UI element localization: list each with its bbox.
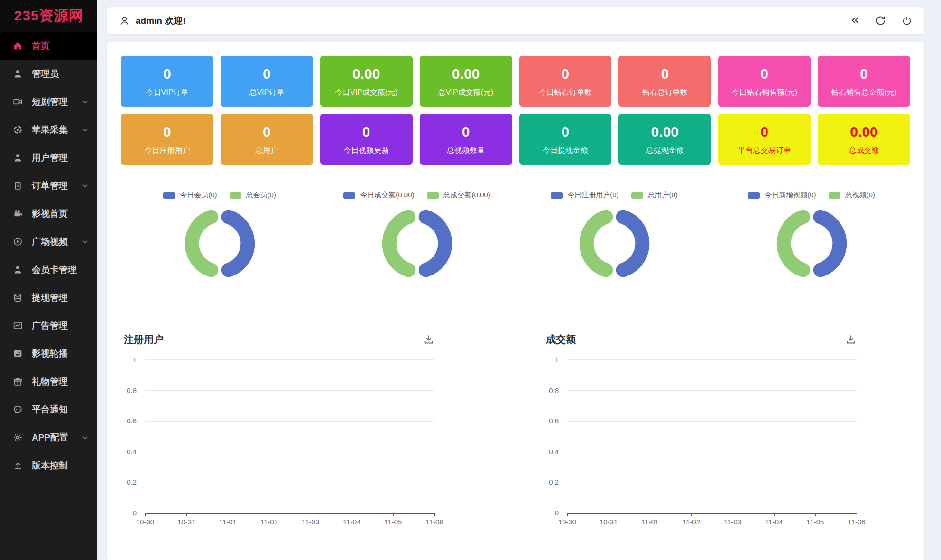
y-axis-tick-label: 0.8 (549, 386, 559, 394)
sidebar-item-gift-management[interactable]: 礼物管理 (0, 367, 97, 395)
sidebar-item-app-config[interactable]: APP配置 (0, 423, 97, 451)
y-axis-tick-label: 0.2 (127, 478, 137, 486)
stat-label: 总VIP订单 (249, 89, 284, 96)
sidebar-item-label: 用户管理 (32, 152, 68, 164)
x-axis-tick-label: 11-03 (302, 518, 319, 526)
legend-item[interactable]: 今日新增视频(0) (748, 191, 816, 200)
sidebar-item-square-video[interactable]: 广场视频 (0, 228, 97, 256)
stat-value: 0.00 (651, 125, 679, 139)
user-icon (119, 15, 130, 26)
donut-ring (181, 204, 259, 283)
top-bar-actions: « (851, 15, 912, 27)
sidebar-item-label: 礼物管理 (32, 376, 68, 388)
gear-icon (12, 432, 23, 443)
main-area: admin 欢迎! « 0今日VIP订单0总VIP订单0.00今日VIP成交额(… (97, 0, 941, 560)
stat-value: 0.00 (352, 67, 380, 81)
axis-tick (733, 513, 733, 516)
sidebar-item-label: 影视首页 (32, 208, 68, 220)
stat-label: 钻石总订单数 (642, 89, 688, 96)
gridline (145, 390, 434, 391)
stat-card: 0.00总VIP成交额(元) (420, 56, 512, 107)
x-axis-tick-label: 11-04 (765, 518, 783, 526)
chevron-down-icon (82, 98, 89, 105)
axis-tick (857, 513, 857, 516)
power-icon[interactable] (902, 16, 912, 26)
axis-tick (434, 513, 435, 516)
x-axis-tick-label: 11-05 (384, 518, 402, 526)
sidebar-item-withdraw-management[interactable]: 提现管理 (0, 284, 97, 312)
donut-chart-videos: 今日新增视频(0) 总视频(0) (713, 191, 910, 283)
sidebar-item-user-management[interactable]: 用户管理 (0, 144, 97, 172)
x-axis-tick-label: 11-01 (641, 518, 659, 526)
x-axis-labels: 10-3010-3111-0111-0211-0311-0411-0511-06 (567, 518, 857, 527)
sidebar-item-platform-notice[interactable]: 平台通知 (0, 395, 97, 423)
axis-tick (815, 513, 816, 516)
legend-item[interactable]: 总用户(0) (631, 191, 678, 200)
sidebar-item-movie-home[interactable]: 影视首页 (0, 200, 97, 228)
y-axis-tick-label: 0.4 (549, 447, 559, 455)
stat-card: 0.00总提现金额 (618, 114, 711, 165)
x-axis-tick-label: 11-02 (260, 518, 278, 526)
x-axis-tick-label: 11-05 (806, 518, 824, 526)
legend-swatch (163, 192, 175, 199)
legend-item[interactable]: 今日会员(0) (163, 191, 217, 200)
legend-item[interactable]: 总会员(0) (230, 191, 276, 200)
stat-value: 0 (163, 125, 171, 139)
legend-swatch (631, 192, 643, 199)
legend-label: 今日会员(0) (180, 191, 217, 200)
stat-card: 0.00总成交额 (818, 114, 910, 165)
stat-label: 总提现金额 (646, 147, 684, 154)
sidebar-item-label: 短剧管理 (32, 96, 68, 108)
sidebar-item-version-control[interactable]: 版本控制 (0, 451, 97, 479)
axis-tick (145, 513, 146, 516)
sidebar-item-drama-management[interactable]: 短剧管理 (0, 88, 97, 116)
legend-item[interactable]: 总视频(0) (829, 191, 875, 200)
video-camera-icon (12, 97, 23, 107)
gridline (145, 483, 434, 483)
y-axis-tick-label: 0 (555, 509, 559, 517)
sidebar-item-ad-management[interactable]: 广告管理 (0, 312, 97, 340)
sidebar-item-member-card[interactable]: 会员卡管理 (0, 256, 97, 284)
stat-label: 总成交额 (849, 147, 879, 154)
top-bar: admin 欢迎! « (107, 7, 924, 34)
y-axis-tick-label: 0.2 (549, 478, 559, 486)
refresh-icon[interactable] (875, 15, 886, 26)
line-charts-row: 注册用户 10.80.60.40.20 10-3010-3111-0111- (121, 332, 910, 527)
legend-item[interactable]: 今日成交额(0.00) (343, 191, 414, 200)
collapse-icon[interactable]: « (851, 13, 859, 27)
sidebar-item-label: 版本控制 (32, 459, 68, 472)
axis-tick (186, 513, 187, 516)
stat-card-row: 0今日注册用户0总用户0今日视频更新0总视频数量0今日提现金额0.00总提现金额… (121, 114, 910, 165)
sidebar-item-label: APP配置 (32, 431, 68, 444)
clipboard-icon (12, 181, 23, 191)
chart-plot-area: 10.80.60.40.20 10-3010-3111-0111-0211-03… (124, 359, 434, 527)
sidebar-item-home[interactable]: 首页 (0, 32, 97, 60)
download-icon[interactable] (845, 334, 857, 345)
sidebar-item-apple-collect[interactable]: 苹果采集 (0, 116, 97, 144)
download-icon[interactable] (423, 334, 434, 345)
stat-value: 0 (562, 125, 570, 139)
sidebar-item-admin[interactable]: 管理员 (0, 60, 97, 88)
y-axis-tick-label: 1 (555, 356, 559, 364)
x-axis-labels: 10-3010-3111-0111-0211-0311-0411-0511-06 (145, 518, 434, 527)
legend-item[interactable]: 总成交额(0.00) (427, 191, 490, 200)
axis-tick (567, 513, 568, 516)
legend-label: 今日成交额(0.00) (360, 191, 414, 200)
sidebar-item-movie-carousel[interactable]: 影视轮播 (0, 340, 97, 367)
stat-label: 今日钻石订单数 (539, 89, 592, 96)
legend-label: 总用户(0) (648, 191, 678, 200)
chart-title: 成交额 (546, 333, 576, 346)
legend-item[interactable]: 今日注册用户(0) (551, 191, 618, 200)
sidebar-item-label: 订单管理 (32, 180, 68, 192)
stat-card: 0钻石总订单数 (618, 56, 711, 107)
stat-label: 今日提现金额 (543, 147, 588, 154)
sidebar-item-order-management[interactable]: 订单管理 (0, 172, 97, 200)
stat-value: 0 (661, 67, 669, 81)
stat-card: 0今日VIP订单 (121, 56, 213, 107)
chevron-down-icon (82, 434, 89, 441)
stat-card: 0今日视频更新 (320, 114, 413, 165)
legend-label: 总会员(0) (246, 191, 276, 200)
stat-label: 钻石销售总金额(元) (831, 89, 897, 96)
x-axis-tick-label: 10-31 (600, 518, 618, 526)
sidebar-item-label: 广场视频 (32, 236, 68, 248)
